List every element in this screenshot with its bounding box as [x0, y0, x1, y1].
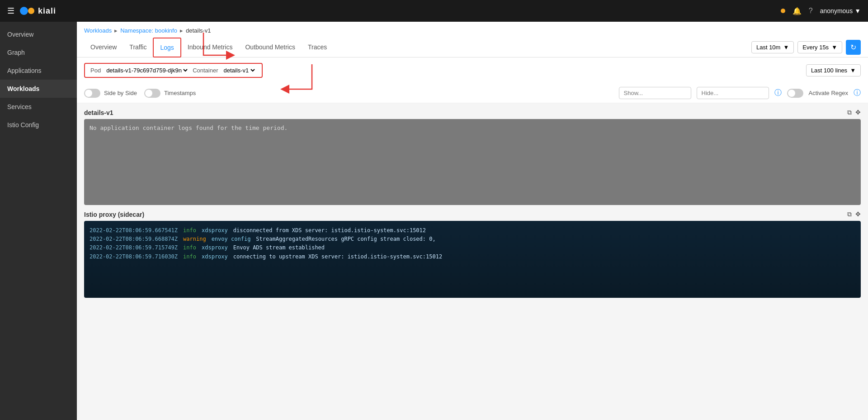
pod-select[interactable]: details-v1-79c697d759-djk9n: [104, 67, 189, 74]
timestamps-label: Timestamps: [164, 90, 196, 96]
logo-icon: [20, 6, 34, 15]
logo-text: kiali: [38, 6, 56, 16]
tab-overview[interactable]: Overview: [84, 38, 123, 57]
lines-select[interactable]: Last 100 lines ▼: [806, 64, 861, 76]
pod-label: Pod: [90, 67, 101, 74]
app-log-section: details-v1 ⧉ ✥ No application container …: [84, 109, 861, 205]
show-filter-input[interactable]: [619, 87, 691, 99]
main-content: Workloads ▸ Namespace: bookinfo ▸ detail…: [77, 22, 868, 420]
topbar: ☰ kiali 🔔 ? anonymous ▼: [0, 0, 868, 22]
app-log-empty-message: No application container logs found for …: [90, 124, 288, 131]
tab-logs[interactable]: Logs: [153, 38, 181, 57]
side-by-side-toggle[interactable]: [84, 89, 100, 98]
container-label: Container: [193, 67, 218, 74]
help-icon[interactable]: ?: [809, 7, 813, 15]
sidebar-item-applications[interactable]: Applications: [0, 62, 77, 80]
status-dot: [781, 9, 785, 13]
tab-outbound-metrics[interactable]: Outbound Metrics: [239, 38, 302, 57]
logo: kiali: [20, 6, 56, 16]
sidebar-item-overview[interactable]: Overview: [0, 25, 77, 43]
sidebar-item-graph[interactable]: Graph: [0, 43, 77, 62]
time-range-select[interactable]: Last 10m ▼: [751, 41, 794, 53]
app-log-copy-icon[interactable]: ⧉: [847, 109, 852, 116]
sidebar: Overview Graph Applications Workloads Se…: [0, 22, 77, 420]
hide-filter-input[interactable]: [697, 87, 769, 99]
istio-log-copy-icon[interactable]: ⧉: [847, 210, 852, 218]
user-menu[interactable]: anonymous ▼: [820, 7, 861, 14]
breadcrumb: Workloads ▸ Namespace: bookinfo ▸ detail…: [77, 22, 868, 38]
app-log-header: details-v1 ⧉ ✥: [84, 109, 861, 116]
app-log-body: No application container logs found for …: [84, 119, 861, 205]
istio-log-expand-icon[interactable]: ✥: [855, 210, 861, 218]
pod-selector-box: Pod details-v1-79c697d759-djk9n Containe…: [84, 63, 263, 78]
tabs-controls: Last 10m ▼ Every 15s ▼ ↻: [751, 40, 861, 55]
sidebar-item-workloads[interactable]: Workloads: [0, 80, 77, 98]
timestamps-toggle-group: Timestamps: [144, 89, 196, 98]
sidebar-item-istio-config[interactable]: Istio Config: [0, 116, 77, 134]
regex-toggle[interactable]: [787, 89, 803, 98]
log-line: 2022-02-22T08:06:59.667541Zinfoxdsproxyd…: [90, 226, 855, 235]
log-line: 2022-02-22T08:06:59.668874Zwarningenvoy …: [90, 235, 855, 243]
breadcrumb-workloads[interactable]: Workloads: [84, 27, 112, 34]
side-by-side-label: Side by Side: [104, 90, 137, 96]
filter-controls: ⓘ Activate Regex ⓘ: [619, 87, 861, 99]
sidebar-item-services[interactable]: Services: [0, 98, 77, 116]
app-log-title: details-v1: [84, 109, 113, 116]
container-select[interactable]: details-v1: [222, 67, 256, 74]
istio-log-title: Istio proxy (sidecar): [84, 211, 144, 218]
istio-log-header: Istio proxy (sidecar) ⧉ ✥: [84, 210, 861, 218]
breadcrumb-current: details-v1: [186, 27, 211, 34]
timestamps-toggle[interactable]: [144, 89, 160, 98]
regex-info-icon[interactable]: ⓘ: [854, 88, 861, 98]
topbar-icons: 🔔 ? anonymous ▼: [781, 7, 861, 15]
bell-icon[interactable]: 🔔: [793, 7, 802, 15]
pod-container-row: Pod details-v1-79c697d759-djk9n Containe…: [77, 57, 868, 83]
activate-regex-label: Activate Regex: [809, 90, 848, 96]
tab-inbound-metrics[interactable]: Inbound Metrics: [181, 38, 239, 57]
log-sections: details-v1 ⧉ ✥ No application container …: [77, 103, 868, 420]
menu-icon[interactable]: ☰: [7, 6, 14, 16]
breadcrumb-namespace[interactable]: Namespace: bookinfo: [120, 27, 177, 34]
app-log-icons: ⧉ ✥: [847, 109, 861, 116]
refresh-interval-select[interactable]: Every 15s ▼: [797, 41, 842, 53]
istio-log-section: Istio proxy (sidecar) ⧉ ✥ 2022-02-22T08:…: [84, 210, 861, 298]
app-log-expand-icon[interactable]: ✥: [855, 109, 861, 116]
istio-log-body: 2022-02-22T08:06:59.667541Zinfoxdsproxyd…: [84, 221, 861, 298]
options-row: Side by Side Timestamps ⓘ Activate Regex…: [77, 83, 868, 103]
tabs-row: Overview Traffic Logs Inbound Metrics Ou…: [77, 38, 868, 57]
istio-log-icons: ⧉ ✥: [847, 210, 861, 218]
tab-traces[interactable]: Traces: [302, 38, 333, 57]
lines-select-wrapper: Last 100 lines ▼: [806, 64, 861, 76]
tab-traffic[interactable]: Traffic: [123, 38, 153, 57]
filter-info-icon[interactable]: ⓘ: [774, 88, 782, 98]
side-by-side-toggle-group: Side by Side: [84, 89, 137, 98]
log-line: 2022-02-22T08:06:59.715749ZinfoxdsproxyE…: [90, 243, 855, 252]
refresh-button[interactable]: ↻: [846, 40, 861, 55]
log-line: 2022-02-22T08:06:59.716030Zinfoxdsproxyc…: [90, 253, 855, 261]
